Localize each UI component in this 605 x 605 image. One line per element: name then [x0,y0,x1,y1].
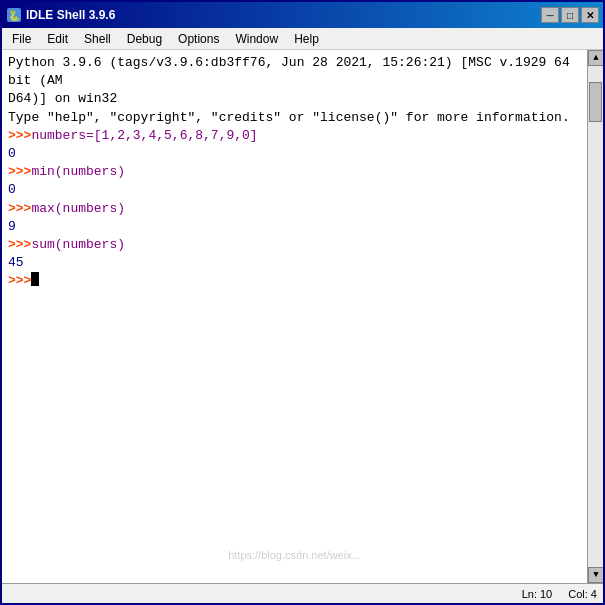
output-line-1: 0 [8,145,581,163]
shell-line-current: >>> [8,272,581,290]
shell-line-3: >>> max(numbers) [8,200,581,218]
scrollbar-vertical[interactable]: ▲ ▼ [587,50,603,583]
info-line-1b: D64)] on win32 [8,90,581,108]
menu-bar: File Edit Shell Debug Options Window Hel… [2,28,603,50]
scroll-thumb[interactable] [589,82,602,122]
window-controls: ─ □ ✕ [541,7,599,23]
prompt-2: >>> [8,163,31,181]
output-2: 0 [8,181,16,199]
status-ln: Ln: 10 [522,588,553,600]
cmd-4: sum(numbers) [31,236,125,254]
menu-options[interactable]: Options [170,30,227,48]
info-line-1: Python 3.9.6 (tags/v3.9.6:db3ff76, Jun 2… [8,54,581,90]
menu-shell[interactable]: Shell [76,30,119,48]
output-line-4: 45 [8,254,581,272]
shell-area: Python 3.9.6 (tags/v3.9.6:db3ff76, Jun 2… [2,50,603,583]
output-line-3: 9 [8,218,581,236]
menu-window[interactable]: Window [227,30,286,48]
cmd-2: min(numbers) [31,163,125,181]
menu-help[interactable]: Help [286,30,327,48]
output-4: 45 [8,254,24,272]
output-line-2: 0 [8,181,581,199]
prompt-4: >>> [8,236,31,254]
info-line-2: Type "help", "copyright", "credits" or "… [8,109,581,127]
scroll-down-button[interactable]: ▼ [588,567,603,583]
output-1: 0 [8,145,16,163]
prompt-3: >>> [8,200,31,218]
shell-line-1: >>> numbers=[1,2,3,4,5,6,8,7,9,0] [8,127,581,145]
app-icon: 🐍 [6,7,22,23]
svg-text:🐍: 🐍 [8,9,21,22]
status-col: Col: 4 [568,588,597,600]
scroll-track[interactable] [588,66,603,567]
close-button[interactable]: ✕ [581,7,599,23]
output-3: 9 [8,218,16,236]
shell-line-4: >>> sum(numbers) [8,236,581,254]
menu-file[interactable]: File [4,30,39,48]
cmd-3: max(numbers) [31,200,125,218]
status-bar: Ln: 10 Col: 4 [2,583,603,603]
shell-line-2: >>> min(numbers) [8,163,581,181]
maximize-button[interactable]: □ [561,7,579,23]
cmd-1: numbers=[1,2,3,4,5,6,8,7,9,0] [31,127,257,145]
menu-debug[interactable]: Debug [119,30,170,48]
window-title: IDLE Shell 3.9.6 [26,8,541,22]
cursor [31,272,39,286]
title-bar: 🐍 IDLE Shell 3.9.6 ─ □ ✕ [2,2,603,28]
shell-content[interactable]: Python 3.9.6 (tags/v3.9.6:db3ff76, Jun 2… [2,50,587,583]
prompt-current: >>> [8,272,31,290]
menu-edit[interactable]: Edit [39,30,76,48]
main-window: 🐍 IDLE Shell 3.9.6 ─ □ ✕ File Edit Shell… [0,0,605,605]
scroll-up-button[interactable]: ▲ [588,50,603,66]
minimize-button[interactable]: ─ [541,7,559,23]
prompt-1: >>> [8,127,31,145]
